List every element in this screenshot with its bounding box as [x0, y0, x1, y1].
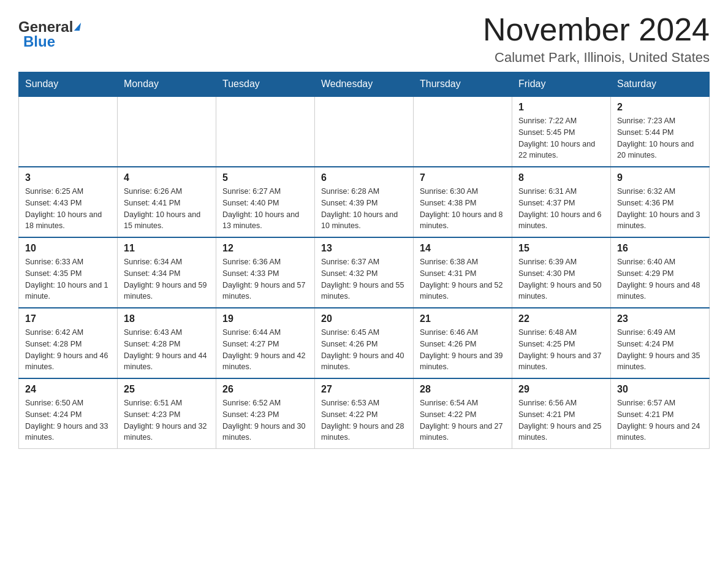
calendar-cell: [19, 96, 118, 167]
day-number: 21: [420, 313, 506, 324]
weekday-header-friday: Friday: [512, 72, 611, 97]
calendar-cell: [414, 96, 512, 167]
day-info: Sunrise: 6:49 AMSunset: 4:24 PMDaylight:…: [617, 327, 703, 373]
day-number: 1: [518, 102, 604, 113]
weekday-header-wednesday: Wednesday: [315, 72, 414, 97]
calendar-cell: 11Sunrise: 6:34 AMSunset: 4:34 PMDayligh…: [118, 237, 216, 308]
day-number: 15: [518, 243, 604, 254]
weekday-header-row: SundayMondayTuesdayWednesdayThursdayFrid…: [19, 72, 710, 97]
day-info: Sunrise: 6:31 AMSunset: 4:37 PMDaylight:…: [518, 186, 604, 232]
day-info: Sunrise: 6:42 AMSunset: 4:28 PMDaylight:…: [25, 327, 111, 373]
calendar-cell: 27Sunrise: 6:53 AMSunset: 4:22 PMDayligh…: [315, 378, 414, 449]
day-number: 24: [25, 384, 111, 395]
calendar-cell: 17Sunrise: 6:42 AMSunset: 4:28 PMDayligh…: [19, 308, 118, 378]
day-number: 18: [124, 313, 210, 324]
weekday-header-monday: Monday: [118, 72, 216, 97]
day-info: Sunrise: 6:37 AMSunset: 4:32 PMDaylight:…: [321, 256, 407, 302]
day-info: Sunrise: 6:38 AMSunset: 4:31 PMDaylight:…: [420, 256, 506, 302]
day-number: 8: [518, 172, 604, 183]
day-number: 17: [25, 313, 111, 324]
day-number: 19: [222, 313, 308, 324]
calendar-cell: 7Sunrise: 6:30 AMSunset: 4:38 PMDaylight…: [414, 167, 512, 237]
day-info: Sunrise: 6:43 AMSunset: 4:28 PMDaylight:…: [124, 327, 210, 373]
day-number: 6: [321, 172, 407, 183]
weekday-header-sunday: Sunday: [19, 72, 118, 97]
day-info: Sunrise: 6:45 AMSunset: 4:26 PMDaylight:…: [321, 327, 407, 373]
day-info: Sunrise: 6:50 AMSunset: 4:24 PMDaylight:…: [25, 397, 111, 443]
day-number: 26: [222, 384, 308, 395]
day-info: Sunrise: 6:48 AMSunset: 4:25 PMDaylight:…: [518, 327, 604, 373]
week-row-4: 17Sunrise: 6:42 AMSunset: 4:28 PMDayligh…: [19, 308, 710, 378]
day-info: Sunrise: 6:26 AMSunset: 4:41 PMDaylight:…: [124, 186, 210, 232]
day-number: 9: [617, 172, 703, 183]
day-number: 28: [420, 384, 506, 395]
calendar-cell: 10Sunrise: 6:33 AMSunset: 4:35 PMDayligh…: [19, 237, 118, 308]
day-number: 13: [321, 243, 407, 254]
day-number: 11: [124, 243, 210, 254]
day-info: Sunrise: 6:52 AMSunset: 4:23 PMDaylight:…: [222, 397, 308, 443]
calendar-cell: 12Sunrise: 6:36 AMSunset: 4:33 PMDayligh…: [216, 237, 315, 308]
day-number: 4: [124, 172, 210, 183]
day-number: 29: [518, 384, 604, 395]
day-number: 30: [617, 384, 703, 395]
calendar-cell: 26Sunrise: 6:52 AMSunset: 4:23 PMDayligh…: [216, 378, 315, 449]
calendar-table: SundayMondayTuesdayWednesdayThursdayFrid…: [18, 72, 710, 449]
calendar-cell: [216, 96, 315, 167]
day-number: 14: [420, 243, 506, 254]
logo: General Blue: [18, 12, 80, 50]
weekday-header-thursday: Thursday: [414, 72, 512, 97]
logo-triangle-icon: [74, 23, 81, 31]
week-row-3: 10Sunrise: 6:33 AMSunset: 4:35 PMDayligh…: [19, 237, 710, 308]
weekday-header-tuesday: Tuesday: [216, 72, 315, 97]
day-info: Sunrise: 7:22 AMSunset: 5:45 PMDaylight:…: [518, 115, 604, 161]
day-number: 25: [124, 384, 210, 395]
calendar-cell: 9Sunrise: 6:32 AMSunset: 4:36 PMDaylight…: [611, 167, 710, 237]
day-info: Sunrise: 6:56 AMSunset: 4:21 PMDaylight:…: [518, 397, 604, 443]
week-row-1: 1Sunrise: 7:22 AMSunset: 5:45 PMDaylight…: [19, 96, 710, 167]
day-info: Sunrise: 6:30 AMSunset: 4:38 PMDaylight:…: [420, 186, 506, 232]
day-info: Sunrise: 6:36 AMSunset: 4:33 PMDaylight:…: [222, 256, 308, 302]
day-number: 10: [25, 243, 111, 254]
day-number: 12: [222, 243, 308, 254]
title-block: November 2024 Calumet Park, Illinois, Un…: [483, 12, 710, 66]
calendar-cell: 4Sunrise: 6:26 AMSunset: 4:41 PMDaylight…: [118, 167, 216, 237]
day-info: Sunrise: 6:44 AMSunset: 4:27 PMDaylight:…: [222, 327, 308, 373]
calendar-cell: 8Sunrise: 6:31 AMSunset: 4:37 PMDaylight…: [512, 167, 611, 237]
day-info: Sunrise: 6:57 AMSunset: 4:21 PMDaylight:…: [617, 397, 703, 443]
calendar-cell: 25Sunrise: 6:51 AMSunset: 4:23 PMDayligh…: [118, 378, 216, 449]
day-number: 3: [25, 172, 111, 183]
calendar-cell: 22Sunrise: 6:48 AMSunset: 4:25 PMDayligh…: [512, 308, 611, 378]
calendar-cell: 1Sunrise: 7:22 AMSunset: 5:45 PMDaylight…: [512, 96, 611, 167]
day-info: Sunrise: 6:51 AMSunset: 4:23 PMDaylight:…: [124, 397, 210, 443]
day-number: 22: [518, 313, 604, 324]
day-info: Sunrise: 6:46 AMSunset: 4:26 PMDaylight:…: [420, 327, 506, 373]
calendar-cell: 20Sunrise: 6:45 AMSunset: 4:26 PMDayligh…: [315, 308, 414, 378]
calendar-cell: 24Sunrise: 6:50 AMSunset: 4:24 PMDayligh…: [19, 378, 118, 449]
calendar-cell: [315, 96, 414, 167]
day-number: 7: [420, 172, 506, 183]
calendar-cell: 19Sunrise: 6:44 AMSunset: 4:27 PMDayligh…: [216, 308, 315, 378]
calendar-cell: 28Sunrise: 6:54 AMSunset: 4:22 PMDayligh…: [414, 378, 512, 449]
day-number: 16: [617, 243, 703, 254]
page-header: General Blue November 2024 Calumet Park,…: [18, 12, 710, 66]
day-number: 5: [222, 172, 308, 183]
day-info: Sunrise: 6:54 AMSunset: 4:22 PMDaylight:…: [420, 397, 506, 443]
day-info: Sunrise: 7:23 AMSunset: 5:44 PMDaylight:…: [617, 115, 703, 161]
day-info: Sunrise: 6:40 AMSunset: 4:29 PMDaylight:…: [617, 256, 703, 302]
day-info: Sunrise: 6:25 AMSunset: 4:43 PMDaylight:…: [25, 186, 111, 232]
day-info: Sunrise: 6:27 AMSunset: 4:40 PMDaylight:…: [222, 186, 308, 232]
day-info: Sunrise: 6:53 AMSunset: 4:22 PMDaylight:…: [321, 397, 407, 443]
calendar-cell: 29Sunrise: 6:56 AMSunset: 4:21 PMDayligh…: [512, 378, 611, 449]
calendar-cell: 13Sunrise: 6:37 AMSunset: 4:32 PMDayligh…: [315, 237, 414, 308]
weekday-header-saturday: Saturday: [611, 72, 710, 97]
calendar-cell: 16Sunrise: 6:40 AMSunset: 4:29 PMDayligh…: [611, 237, 710, 308]
calendar-cell: 30Sunrise: 6:57 AMSunset: 4:21 PMDayligh…: [611, 378, 710, 449]
calendar-cell: 21Sunrise: 6:46 AMSunset: 4:26 PMDayligh…: [414, 308, 512, 378]
day-number: 20: [321, 313, 407, 324]
calendar-cell: 18Sunrise: 6:43 AMSunset: 4:28 PMDayligh…: [118, 308, 216, 378]
day-info: Sunrise: 6:32 AMSunset: 4:36 PMDaylight:…: [617, 186, 703, 232]
calendar-cell: 5Sunrise: 6:27 AMSunset: 4:40 PMDaylight…: [216, 167, 315, 237]
day-info: Sunrise: 6:28 AMSunset: 4:39 PMDaylight:…: [321, 186, 407, 232]
logo-blue-text: Blue: [23, 33, 55, 50]
day-number: 23: [617, 313, 703, 324]
